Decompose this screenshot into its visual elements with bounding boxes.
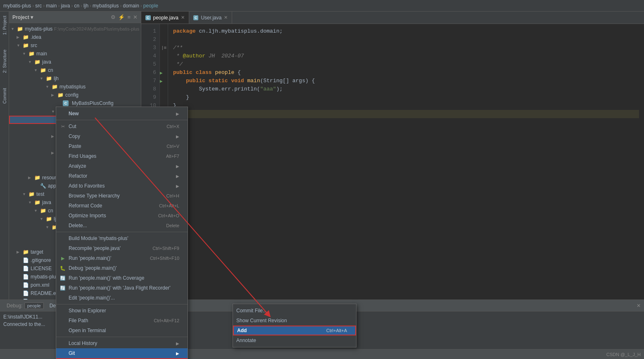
tree-item-java[interactable]: ▼ 📁 java <box>9 58 141 66</box>
tree-item-ljh[interactable]: ▼ 📁 ljh <box>9 74 141 83</box>
menu-label-delete: Delete... <box>69 223 87 228</box>
tab-close-people[interactable]: ✕ <box>181 15 185 20</box>
submenu-item-show-current-revision[interactable]: Show Current Revision <box>233 316 356 326</box>
run-gutter-line6[interactable]: ▶ <box>160 70 163 76</box>
tree-label: LICENSE <box>31 266 52 271</box>
menu-item-run-jfr[interactable]: 🔄 Run 'people.main()' with 'Java Flight … <box>56 283 188 293</box>
breadcrumb-java[interactable]: java <box>61 3 70 9</box>
tree-arrow: ▼ <box>34 209 40 213</box>
close-bottom-panel[interactable]: ✕ <box>637 303 641 309</box>
menu-label-edit-main: Edit 'people.main()'... <box>69 295 115 301</box>
menu-item-delete[interactable]: Delete... Delete <box>56 221 188 231</box>
menu-item-run-coverage[interactable]: 🔄 Run 'people.main()' with Coverage <box>56 273 188 283</box>
tree-item-config[interactable]: ▶ 📁 config <box>9 91 141 99</box>
tab-close-user[interactable]: ✕ <box>224 15 228 20</box>
tree-item-root[interactable]: ▼ 📁 mybatis-plus F:\myCode2024\MyBatisPl… <box>9 25 141 33</box>
submenu-label-add: Add <box>237 328 247 333</box>
menu-item-local-history[interactable]: Local History ▶ <box>56 338 188 348</box>
menu-item-copy[interactable]: Copy ▶ <box>56 131 188 141</box>
menu-item-reformat-code[interactable]: Reformat Code Ctrl+Alt+L <box>56 201 188 211</box>
submenu-item-add[interactable]: Add Ctrl+Alt+A <box>233 326 356 335</box>
menu-label-analyze: Analyze <box>69 163 86 169</box>
tree-item-mybatisplus[interactable]: ▼ 📁 mybatisplus <box>9 83 141 91</box>
breadcrumb-people[interactable]: people <box>143 3 158 9</box>
folder-icon: 📁 <box>34 174 40 181</box>
shortcut-browse: Ctrl+H <box>166 193 179 198</box>
tree-item-idea[interactable]: ▶ 📁 .idea <box>9 33 141 41</box>
menu-item-optimize-imports[interactable]: Optimize Imports Ctrl+Alt+O <box>56 211 188 221</box>
close-panel-icon[interactable]: ✕ <box>133 14 138 20</box>
breadcrumb-ljh[interactable]: ljh <box>83 3 88 9</box>
breadcrumb-mybatisplus[interactable]: mybatisplus <box>93 3 119 9</box>
status-right: CSDN @_L_J_H <box>606 352 641 357</box>
menu-item-new[interactable]: New ▶ <box>56 109 188 119</box>
menu-item-show-in-explorer[interactable]: Show in Explorer <box>56 306 188 316</box>
tree-arrow <box>34 184 40 188</box>
menu-item-analyze[interactable]: Analyze ▶ <box>56 161 188 171</box>
tree-arrow: ▼ <box>28 60 34 64</box>
submenu-item-annotate[interactable]: Annotate <box>233 335 356 345</box>
menu-item-find-usages[interactable]: Find Usages Alt+F7 <box>56 151 188 161</box>
menu-label-local-history: Local History <box>69 340 97 346</box>
submenu-label-show-current-revision: Show Current Revision <box>236 318 287 323</box>
menu-item-paste[interactable]: Paste Ctrl+V <box>56 141 188 151</box>
menu-label-paste: Paste <box>69 143 81 149</box>
folder-icon: 📁 <box>28 50 35 57</box>
menu-item-open-in-terminal[interactable]: Open in Terminal <box>56 326 188 335</box>
breadcrumb-domain[interactable]: domain <box>123 3 139 9</box>
menu-icon[interactable]: ≡ <box>127 14 131 20</box>
folder-icon: 📁 <box>22 42 29 49</box>
folder-icon: 📁 <box>40 207 46 214</box>
breadcrumb-cn[interactable]: cn <box>74 3 79 9</box>
menu-item-debug-main[interactable]: 🐛 Debug 'people.main()' <box>56 263 188 273</box>
tree-label: test <box>36 191 44 197</box>
submenu-item-commit-file[interactable]: Commit File... <box>233 306 356 316</box>
shortcut-run: Ctrl+Shift+F10 <box>150 256 179 261</box>
tree-item-main[interactable]: ▼ 📁 main <box>9 50 141 58</box>
coverage-icon: 🔄 <box>59 276 66 281</box>
project-tab[interactable]: 1: Project <box>1 13 8 37</box>
structure-tab[interactable]: 2: Structure <box>1 47 8 76</box>
tree-item-src[interactable]: ▼ 📁 src <box>9 41 141 50</box>
menu-item-add-to-favorites[interactable]: Add to Favorites ▶ <box>56 181 188 191</box>
submenu-arrow: ▶ <box>176 134 179 139</box>
java-class-icon: C <box>193 15 199 20</box>
menu-item-git[interactable]: Git ▶ <box>56 348 188 358</box>
tree-item-mybatisplusconfig[interactable]: C MyBatisPlusConfig <box>9 99 141 107</box>
breadcrumb-main[interactable]: main <box>46 3 57 9</box>
menu-separator-3 <box>56 304 188 304</box>
menu-item-browse-type-hierarchy[interactable]: Browse Type Hierarchy Ctrl+H <box>56 191 188 201</box>
tree-label: target <box>31 249 43 255</box>
menu-item-file-path[interactable]: File Path Ctrl+Alt+F12 <box>56 316 188 326</box>
tab-user-java[interactable]: C User.java ✕ <box>189 12 233 24</box>
menu-separator-4 <box>56 337 188 337</box>
props-icon: 🔧 <box>40 183 46 189</box>
breadcrumb-src[interactable]: src <box>35 3 42 9</box>
tree-item-cn[interactable]: ▼ 📁 cn <box>9 66 141 74</box>
expand-icon[interactable]: ⚡ <box>118 14 125 20</box>
tree-arrow <box>17 266 22 271</box>
tree-arrow: ▼ <box>45 225 51 229</box>
tab-people-java[interactable]: C people.java ✕ <box>141 12 189 24</box>
tree-label: java <box>42 59 51 65</box>
code-line-1: package cn.ljh.mybatisplus.domain; <box>173 27 639 36</box>
menu-item-build-module[interactable]: Build Module 'mybatis-plus' <box>56 233 188 243</box>
settings-icon[interactable]: ⚙ <box>111 14 116 20</box>
menu-item-run-main[interactable]: ▶ Run 'people.main()' Ctrl+Shift+F10 <box>56 253 188 263</box>
menu-label-new: New <box>69 111 79 116</box>
menu-item-refactor[interactable]: Refactor ▶ <box>56 171 188 181</box>
folder-icon: 📁 <box>40 67 46 74</box>
menu-item-recompile[interactable]: Recompile 'people.java' Ctrl+Shift+F9 <box>56 243 188 253</box>
menu-label-run-coverage: Run 'people.main()' with Coverage <box>69 275 144 281</box>
commit-tab[interactable]: Commit <box>1 86 8 106</box>
menu-item-edit-main[interactable]: Edit 'people.main()'... <box>56 293 188 303</box>
breadcrumb-mybatis-plus[interactable]: mybatis-plus <box>3 3 31 9</box>
menu-item-cut[interactable]: ✂ Cut Ctrl+X <box>56 121 188 131</box>
run-gutter-line7[interactable]: ▶ <box>160 78 163 84</box>
editor-area: C people.java ✕ C User.java ✕ 1 2 3 4 5 … <box>141 12 644 349</box>
cut-icon: ✂ <box>59 124 66 129</box>
menu-label-reformat-code: Reformat Code <box>69 203 102 209</box>
code-line-11 <box>173 110 639 118</box>
editor-tabs: C people.java ✕ C User.java ✕ <box>141 12 644 24</box>
folder-icon: 📁 <box>28 191 35 197</box>
